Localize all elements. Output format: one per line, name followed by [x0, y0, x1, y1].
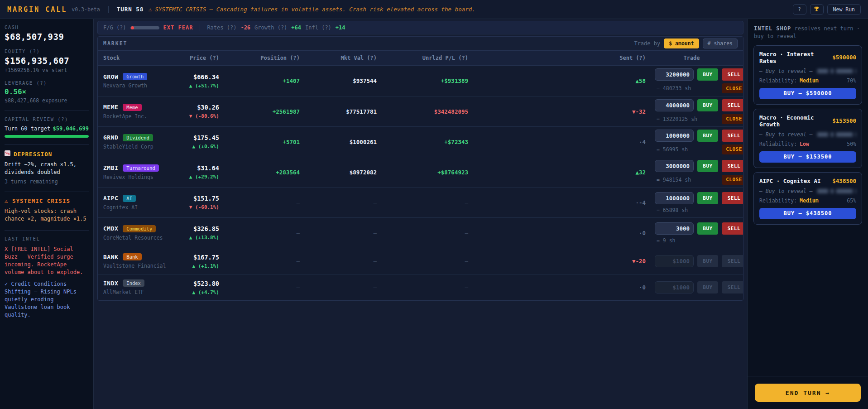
trade-amount-input-GROW[interactable] — [655, 68, 694, 81]
trade-amount-input-MEME[interactable] — [655, 99, 694, 111]
trade-controls-GROW: BUYSELL= 480233 shCLOSE — [646, 68, 743, 93]
inflation-label: Infl (?) — [305, 24, 331, 31]
trade-amount-input-GRND[interactable] — [655, 130, 694, 142]
end-turn-button[interactable]: END TURN → — [755, 384, 861, 402]
sell-button-GROW[interactable]: SELL — [722, 68, 743, 81]
last-intel-item-1: ✓ Credit Conditions Shifting — Rising NP… — [5, 280, 89, 319]
market-value-cell-CMDX: – — [305, 230, 382, 236]
sector-badge-bank: Bank — [123, 253, 141, 260]
buy-button-GROW[interactable]: BUY — [697, 68, 718, 81]
sentiment-cell-ZMBI: ▲32 — [474, 169, 646, 176]
help-button[interactable]: ? — [793, 4, 806, 15]
event-description: Drift −2%, crash ×1.5, dividends doubled — [5, 161, 89, 177]
intel-card-top-0: Macro · Interest Rates$590000 — [759, 51, 856, 64]
event-title: DEPRESSION — [14, 151, 52, 158]
unrealized-pl-cell-ZMBI: +$8764923 — [382, 169, 474, 176]
price-delta-GRND: ▲ (+0.6%) — [171, 144, 219, 149]
divider — [5, 111, 89, 111]
sell-button-ZMBI[interactable]: SELL — [722, 160, 743, 172]
buy-button-GRND[interactable]: BUY — [697, 130, 718, 142]
portfolio-sidebar: CASH $68,507,939 EQUITY (?) $156,935,607… — [0, 19, 94, 409]
trade-controls-INDX: BUYSELL — [646, 281, 743, 294]
sell-button-MEME[interactable]: SELL — [722, 99, 743, 111]
leverage-section: LEVERAGE (?) 0.56× $88,427,668 exposure — [5, 80, 89, 104]
stock-cell-CMDX: CMDXCommodityCoreMetal Resources — [103, 225, 171, 241]
ticker-line-AIPC: AIPCAI — [103, 195, 171, 202]
intel-buy-button-1[interactable]: BUY — $153500 — [759, 151, 856, 163]
trade-amount-input-BANK — [655, 255, 694, 267]
market-row-GRND: GRNDDividendStableYield Corp$175.45▲ (+0… — [98, 126, 743, 157]
sell-button-AIPC[interactable]: SELL — [722, 192, 743, 204]
close-position-button-ZMBI[interactable]: CLOSE — [722, 175, 743, 185]
market-value-cell-MEME: $77517781 — [305, 108, 382, 115]
company-name-GRND: StableYield Corp — [103, 144, 171, 150]
price-delta-ZMBI: ▲ (+29.2%) — [171, 174, 219, 180]
price-delta-BANK: ▲ (+1.1%) — [171, 263, 219, 269]
cash-label: CASH — [5, 24, 89, 30]
close-position-button-GRND[interactable]: CLOSE — [722, 144, 743, 154]
inflation-value: +14 — [336, 24, 345, 31]
reliability-label-0: Reliability: — [759, 77, 797, 84]
intel-card-price-0: $590000 — [832, 54, 856, 61]
reliability-label-1: Reliability: — [759, 141, 797, 147]
intel-card-1: Macro · Economic Growth$153500— Buy to r… — [753, 109, 862, 168]
intel-card-title-0: Macro · Interest Rates — [759, 51, 832, 64]
ticker-GRND: GRND — [103, 134, 118, 141]
market-value-cell-INDX: – — [305, 284, 382, 291]
trade-amount-input-AIPC[interactable] — [655, 192, 694, 204]
sector-badge-ai: AI — [123, 195, 136, 202]
trade-amount-input-ZMBI[interactable] — [655, 160, 694, 172]
position-cell-AIPC: – — [225, 199, 305, 206]
column-header-1: Price (?) — [171, 55, 225, 61]
column-header-4: Unrlzd P/L (?) — [382, 55, 474, 61]
new-run-button[interactable]: New Run — [827, 4, 861, 15]
intel-shop-title: INTEL SHOP — [754, 25, 791, 32]
main-area: F/G (?) EXT FEAR Rates (?) -26 Growth (?… — [94, 19, 747, 409]
price-value-GROW: $666.34 — [171, 73, 219, 81]
divider — [5, 192, 89, 192]
rates-label: Rates (?) — [207, 24, 236, 31]
price-cell-INDX: $523.80▲ (+4.7%) — [171, 280, 225, 295]
buy-button-CMDX[interactable]: BUY — [697, 222, 718, 235]
intel-buy-button-0[interactable]: BUY — $590000 — [759, 88, 856, 99]
app-version: v0.3-beta — [72, 6, 100, 13]
trade-amount-input-CMDX[interactable] — [655, 222, 694, 235]
unrealized-pl-cell-CMDX: – — [382, 230, 474, 236]
intel-card-reliability-row-2: Reliability:Medium65% — [759, 197, 856, 204]
intel-buy-button-2[interactable]: BUY — $438500 — [759, 208, 856, 219]
market-row-BANK: BANKBankVaultstone Financial$167.75▲ (+1… — [98, 248, 743, 274]
trade-by-shares-toggle[interactable]: # shares — [703, 38, 738, 48]
position-cell-GROW: +1407 — [225, 77, 305, 84]
price-value-CMDX: $326.85 — [171, 225, 219, 232]
equity-vs-start: +1569256.1% vs start — [5, 67, 89, 73]
divider — [5, 230, 89, 231]
cash-value: $68,507,939 — [5, 32, 89, 42]
sentiment-cell-MEME: ▼-32 — [474, 108, 646, 115]
buy-button-AIPC[interactable]: BUY — [697, 192, 718, 204]
buy-button-MEME[interactable]: BUY — [697, 99, 718, 111]
trade-by-amount-toggle[interactable]: $ amount — [664, 38, 699, 48]
capital-target-progress-fill — [5, 135, 89, 138]
company-name-ZMBI: Revivex Holdings — [103, 174, 171, 180]
capital-review-section: CAPITAL REVIEW (?) Turn 60 target $59,04… — [5, 116, 89, 138]
ticker-ZMBI: ZMBI — [103, 164, 118, 171]
sell-button-CMDX[interactable]: SELL — [722, 222, 743, 235]
trade-controls-CMDX: BUYSELL= 9 sh — [646, 222, 743, 244]
sell-button-GRND[interactable]: SELL — [722, 130, 743, 142]
trophy-button[interactable] — [810, 4, 824, 15]
stock-cell-INDX: INDXIndexAllMarket ETF — [103, 279, 171, 295]
capital-review-label: CAPITAL REVIEW (?) — [5, 116, 89, 122]
fear-greed-status: EXT FEAR — [163, 24, 193, 31]
market-row-ZMBI: ZMBITurnaroundRevivex Holdings$31.64▲ (+… — [98, 157, 743, 187]
column-header-6: Trade — [646, 55, 738, 61]
sell-button-BANK: SELL — [722, 255, 743, 267]
price-delta-MEME: ▼ (-80.6%) — [171, 113, 219, 119]
company-name-MEME: RocketApe Inc. — [103, 113, 171, 120]
buy-button-ZMBI[interactable]: BUY — [697, 160, 718, 172]
trade-amount-input-INDX — [655, 281, 694, 294]
close-position-button-GROW[interactable]: CLOSE — [722, 83, 743, 93]
cash-section: CASH $68,507,939 — [5, 24, 89, 42]
sentiment-cell-BANK: ▼-20 — [474, 258, 646, 265]
price-delta-AIPC: ▼ (-60.1%) — [171, 204, 219, 210]
close-position-button-MEME[interactable]: CLOSE — [722, 114, 743, 124]
